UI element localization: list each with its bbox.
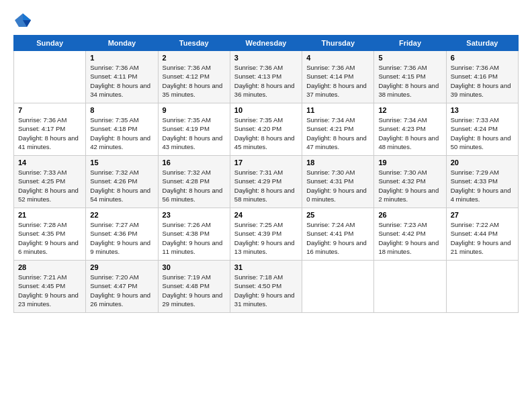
day-info: Sunrise: 7:29 AMSunset: 4:33 PMDaylight:… [451, 168, 514, 203]
day-cell: 26 Sunrise: 7:23 AMSunset: 4:42 PMDaylig… [374, 208, 446, 261]
day-info: Sunrise: 7:36 AMSunset: 4:14 PMDaylight:… [306, 63, 369, 99]
day-number: 24 [234, 211, 298, 219]
day-number: 7 [18, 106, 81, 114]
day-cell: 30 Sunrise: 7:19 AMSunset: 4:48 PMDaylig… [158, 261, 230, 313]
day-info: Sunrise: 7:20 AMSunset: 4:47 PMDaylight:… [90, 273, 153, 308]
col-header-wednesday: Wednesday [230, 36, 302, 51]
page: SundayMondayTuesdayWednesdayThursdayFrid… [0, 0, 532, 411]
day-info: Sunrise: 7:30 AMSunset: 4:31 PMDaylight:… [306, 168, 369, 203]
calendar-table: SundayMondayTuesdayWednesdayThursdayFrid… [13, 35, 519, 313]
col-header-monday: Monday [86, 36, 158, 51]
day-info: Sunrise: 7:30 AMSunset: 4:32 PMDaylight:… [378, 168, 441, 203]
day-number: 23 [163, 211, 226, 219]
day-info: Sunrise: 7:32 AMSunset: 4:26 PMDaylight:… [90, 168, 153, 203]
day-info: Sunrise: 7:26 AMSunset: 4:38 PMDaylight:… [163, 220, 226, 256]
day-number: 3 [234, 54, 298, 62]
day-number: 26 [378, 211, 441, 219]
day-cell: 29 Sunrise: 7:20 AMSunset: 4:47 PMDaylig… [86, 261, 158, 313]
day-cell: 24 Sunrise: 7:25 AMSunset: 4:39 PMDaylig… [230, 208, 302, 261]
logo-icon [13, 11, 32, 30]
week-row-4: 21 Sunrise: 7:28 AMSunset: 4:35 PMDaylig… [14, 208, 519, 261]
day-info: Sunrise: 7:33 AMSunset: 4:25 PMDaylight:… [18, 168, 81, 203]
day-number: 20 [451, 158, 514, 167]
day-cell: 6 Sunrise: 7:36 AMSunset: 4:16 PMDayligh… [446, 51, 518, 103]
day-number: 9 [163, 106, 226, 114]
day-number: 16 [163, 158, 226, 167]
day-info: Sunrise: 7:18 AMSunset: 4:50 PMDaylight:… [234, 273, 298, 308]
day-cell: 18 Sunrise: 7:30 AMSunset: 4:31 PMDaylig… [302, 156, 374, 208]
day-cell [374, 261, 446, 313]
day-cell: 4 Sunrise: 7:36 AMSunset: 4:14 PMDayligh… [302, 51, 374, 103]
col-header-friday: Friday [374, 36, 446, 51]
col-header-thursday: Thursday [302, 36, 374, 51]
day-info: Sunrise: 7:31 AMSunset: 4:29 PMDaylight:… [234, 168, 298, 203]
day-number: 14 [18, 158, 81, 167]
day-number: 28 [18, 263, 81, 271]
col-header-tuesday: Tuesday [158, 36, 230, 51]
day-info: Sunrise: 7:36 AMSunset: 4:13 PMDaylight:… [234, 63, 298, 99]
day-number: 29 [90, 263, 153, 271]
day-cell: 27 Sunrise: 7:22 AMSunset: 4:44 PMDaylig… [446, 208, 518, 261]
col-header-sunday: Sunday [14, 36, 86, 51]
day-cell [14, 51, 86, 103]
day-cell: 11 Sunrise: 7:34 AMSunset: 4:21 PMDaylig… [302, 103, 374, 156]
day-info: Sunrise: 7:32 AMSunset: 4:28 PMDaylight:… [163, 168, 226, 203]
day-number: 5 [378, 54, 441, 62]
week-row-3: 14 Sunrise: 7:33 AMSunset: 4:25 PMDaylig… [14, 156, 519, 208]
day-cell: 25 Sunrise: 7:24 AMSunset: 4:41 PMDaylig… [302, 208, 374, 261]
day-cell: 19 Sunrise: 7:30 AMSunset: 4:32 PMDaylig… [374, 156, 446, 208]
day-info: Sunrise: 7:22 AMSunset: 4:44 PMDaylight:… [451, 220, 514, 256]
day-number: 18 [306, 158, 369, 167]
day-cell: 13 Sunrise: 7:33 AMSunset: 4:24 PMDaylig… [446, 103, 518, 156]
day-info: Sunrise: 7:25 AMSunset: 4:39 PMDaylight:… [234, 220, 298, 256]
day-info: Sunrise: 7:19 AMSunset: 4:48 PMDaylight:… [163, 273, 226, 308]
day-number: 1 [90, 54, 153, 62]
day-info: Sunrise: 7:36 AMSunset: 4:17 PMDaylight:… [18, 116, 81, 151]
day-cell: 23 Sunrise: 7:26 AMSunset: 4:38 PMDaylig… [158, 208, 230, 261]
day-cell: 31 Sunrise: 7:18 AMSunset: 4:50 PMDaylig… [230, 261, 302, 313]
day-info: Sunrise: 7:34 AMSunset: 4:23 PMDaylight:… [378, 116, 441, 151]
day-cell: 10 Sunrise: 7:35 AMSunset: 4:20 PMDaylig… [230, 103, 302, 156]
day-cell: 22 Sunrise: 7:27 AMSunset: 4:36 PMDaylig… [86, 208, 158, 261]
day-info: Sunrise: 7:28 AMSunset: 4:35 PMDaylight:… [18, 220, 81, 256]
day-number: 15 [90, 158, 153, 167]
logo [13, 11, 35, 30]
day-number: 12 [378, 106, 441, 114]
day-info: Sunrise: 7:27 AMSunset: 4:36 PMDaylight:… [90, 220, 153, 256]
day-cell: 16 Sunrise: 7:32 AMSunset: 4:28 PMDaylig… [158, 156, 230, 208]
day-cell: 1 Sunrise: 7:36 AMSunset: 4:11 PMDayligh… [86, 51, 158, 103]
week-row-5: 28 Sunrise: 7:21 AMSunset: 4:45 PMDaylig… [14, 261, 519, 313]
day-info: Sunrise: 7:34 AMSunset: 4:21 PMDaylight:… [306, 116, 369, 151]
day-info: Sunrise: 7:33 AMSunset: 4:24 PMDaylight:… [451, 116, 514, 151]
day-number: 10 [234, 106, 298, 114]
day-info: Sunrise: 7:35 AMSunset: 4:20 PMDaylight:… [234, 116, 298, 151]
header [13, 11, 519, 30]
day-info: Sunrise: 7:36 AMSunset: 4:15 PMDaylight:… [378, 63, 441, 99]
day-cell: 20 Sunrise: 7:29 AMSunset: 4:33 PMDaylig… [446, 156, 518, 208]
day-cell: 21 Sunrise: 7:28 AMSunset: 4:35 PMDaylig… [14, 208, 86, 261]
day-cell: 8 Sunrise: 7:35 AMSunset: 4:18 PMDayligh… [86, 103, 158, 156]
day-cell: 28 Sunrise: 7:21 AMSunset: 4:45 PMDaylig… [14, 261, 86, 313]
day-cell: 14 Sunrise: 7:33 AMSunset: 4:25 PMDaylig… [14, 156, 86, 208]
day-cell: 12 Sunrise: 7:34 AMSunset: 4:23 PMDaylig… [374, 103, 446, 156]
day-number: 27 [451, 211, 514, 219]
day-number: 13 [451, 106, 514, 114]
day-info: Sunrise: 7:36 AMSunset: 4:11 PMDaylight:… [90, 63, 153, 99]
day-number: 25 [306, 211, 369, 219]
day-number: 30 [163, 263, 226, 271]
day-info: Sunrise: 7:35 AMSunset: 4:18 PMDaylight:… [90, 116, 153, 151]
day-cell: 2 Sunrise: 7:36 AMSunset: 4:12 PMDayligh… [158, 51, 230, 103]
day-number: 31 [234, 263, 298, 271]
day-number: 6 [451, 54, 514, 62]
day-number: 8 [90, 106, 153, 114]
day-number: 19 [378, 158, 441, 167]
day-number: 11 [306, 106, 369, 114]
day-number: 4 [306, 54, 369, 62]
day-info: Sunrise: 7:36 AMSunset: 4:16 PMDaylight:… [451, 63, 514, 99]
day-info: Sunrise: 7:36 AMSunset: 4:12 PMDaylight:… [163, 63, 226, 99]
day-info: Sunrise: 7:21 AMSunset: 4:45 PMDaylight:… [18, 273, 81, 308]
day-info: Sunrise: 7:24 AMSunset: 4:41 PMDaylight:… [306, 220, 369, 256]
day-cell: 17 Sunrise: 7:31 AMSunset: 4:29 PMDaylig… [230, 156, 302, 208]
day-cell: 15 Sunrise: 7:32 AMSunset: 4:26 PMDaylig… [86, 156, 158, 208]
day-cell: 9 Sunrise: 7:35 AMSunset: 4:19 PMDayligh… [158, 103, 230, 156]
